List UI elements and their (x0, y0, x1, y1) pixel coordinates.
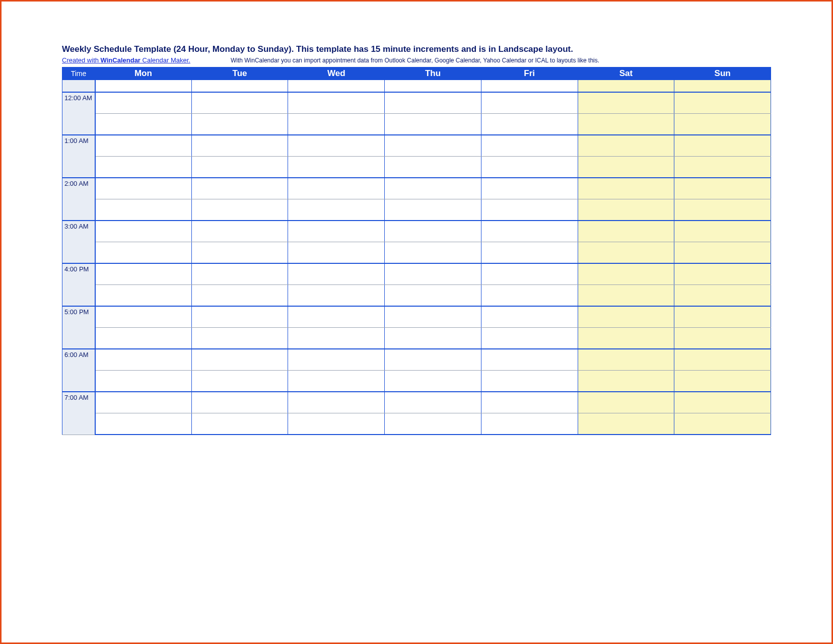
schedule-cell[interactable] (578, 263, 674, 285)
schedule-cell[interactable] (288, 80, 385, 93)
schedule-cell[interactable] (674, 242, 771, 264)
schedule-cell[interactable] (95, 199, 192, 221)
schedule-cell[interactable] (191, 371, 288, 392)
schedule-cell[interactable] (191, 199, 288, 221)
schedule-cell[interactable] (288, 371, 385, 392)
schedule-cell[interactable] (674, 114, 771, 135)
schedule-cell[interactable] (95, 157, 192, 178)
schedule-cell[interactable] (481, 80, 578, 93)
schedule-cell[interactable] (674, 221, 771, 242)
schedule-cell[interactable] (191, 285, 288, 307)
schedule-cell[interactable] (481, 199, 578, 221)
schedule-cell[interactable] (481, 371, 578, 392)
schedule-cell[interactable] (481, 349, 578, 371)
schedule-cell[interactable] (191, 328, 288, 349)
schedule-cell[interactable] (288, 221, 385, 242)
schedule-cell[interactable] (191, 349, 288, 371)
schedule-cell[interactable] (191, 135, 288, 157)
schedule-cell[interactable] (674, 371, 771, 392)
schedule-cell[interactable] (481, 92, 578, 114)
schedule-cell[interactable] (288, 114, 385, 135)
schedule-cell[interactable] (95, 306, 192, 328)
schedule-cell[interactable] (385, 371, 481, 392)
credit-link[interactable]: Created with WinCalendar Calendar Maker. (62, 56, 190, 64)
schedule-cell[interactable] (385, 242, 481, 264)
schedule-cell[interactable] (191, 114, 288, 135)
schedule-cell[interactable] (385, 114, 481, 135)
schedule-cell[interactable] (481, 392, 578, 413)
schedule-cell[interactable] (578, 135, 674, 157)
schedule-cell[interactable] (191, 263, 288, 285)
schedule-cell[interactable] (95, 285, 192, 307)
schedule-cell[interactable] (578, 349, 674, 371)
schedule-cell[interactable] (95, 263, 192, 285)
schedule-cell[interactable] (481, 157, 578, 178)
schedule-cell[interactable] (385, 413, 481, 435)
schedule-cell[interactable] (578, 221, 674, 242)
schedule-cell[interactable] (288, 157, 385, 178)
schedule-cell[interactable] (95, 349, 192, 371)
schedule-cell[interactable] (674, 328, 771, 349)
schedule-cell[interactable] (578, 114, 674, 135)
schedule-cell[interactable] (191, 306, 288, 328)
schedule-cell[interactable] (674, 349, 771, 371)
schedule-cell[interactable] (288, 413, 385, 435)
schedule-cell[interactable] (674, 80, 771, 93)
schedule-cell[interactable] (674, 92, 771, 114)
schedule-cell[interactable] (191, 178, 288, 199)
schedule-cell[interactable] (674, 263, 771, 285)
schedule-cell[interactable] (481, 263, 578, 285)
schedule-cell[interactable] (674, 392, 771, 413)
schedule-cell[interactable] (481, 135, 578, 157)
schedule-cell[interactable] (578, 371, 674, 392)
schedule-cell[interactable] (191, 413, 288, 435)
schedule-cell[interactable] (481, 285, 578, 307)
schedule-cell[interactable] (385, 199, 481, 221)
schedule-cell[interactable] (288, 306, 385, 328)
schedule-cell[interactable] (288, 349, 385, 371)
schedule-cell[interactable] (674, 413, 771, 435)
schedule-cell[interactable] (385, 221, 481, 242)
schedule-cell[interactable] (481, 413, 578, 435)
schedule-cell[interactable] (674, 157, 771, 178)
schedule-cell[interactable] (288, 199, 385, 221)
schedule-cell[interactable] (481, 306, 578, 328)
schedule-cell[interactable] (578, 242, 674, 264)
schedule-cell[interactable] (95, 92, 192, 114)
schedule-cell[interactable] (578, 157, 674, 178)
schedule-cell[interactable] (385, 349, 481, 371)
schedule-cell[interactable] (288, 263, 385, 285)
schedule-cell[interactable] (95, 114, 192, 135)
schedule-cell[interactable] (385, 306, 481, 328)
schedule-cell[interactable] (578, 92, 674, 114)
schedule-cell[interactable] (385, 135, 481, 157)
schedule-cell[interactable] (95, 328, 192, 349)
schedule-cell[interactable] (288, 392, 385, 413)
schedule-cell[interactable] (288, 135, 385, 157)
schedule-cell[interactable] (385, 80, 481, 93)
schedule-cell[interactable] (191, 92, 288, 114)
schedule-cell[interactable] (95, 371, 192, 392)
schedule-cell[interactable] (578, 306, 674, 328)
schedule-cell[interactable] (578, 392, 674, 413)
schedule-cell[interactable] (674, 285, 771, 307)
schedule-cell[interactable] (385, 263, 481, 285)
schedule-cell[interactable] (385, 92, 481, 114)
schedule-cell[interactable] (191, 157, 288, 178)
schedule-cell[interactable] (578, 328, 674, 349)
schedule-cell[interactable] (191, 221, 288, 242)
schedule-cell[interactable] (578, 413, 674, 435)
schedule-cell[interactable] (578, 199, 674, 221)
schedule-cell[interactable] (674, 135, 771, 157)
schedule-cell[interactable] (674, 306, 771, 328)
schedule-cell[interactable] (385, 392, 481, 413)
schedule-cell[interactable] (578, 178, 674, 199)
schedule-cell[interactable] (578, 285, 674, 307)
schedule-cell[interactable] (674, 199, 771, 221)
schedule-cell[interactable] (481, 178, 578, 199)
schedule-cell[interactable] (481, 221, 578, 242)
schedule-cell[interactable] (95, 178, 192, 199)
schedule-cell[interactable] (385, 178, 481, 199)
schedule-cell[interactable] (385, 328, 481, 349)
schedule-cell[interactable] (95, 413, 192, 435)
